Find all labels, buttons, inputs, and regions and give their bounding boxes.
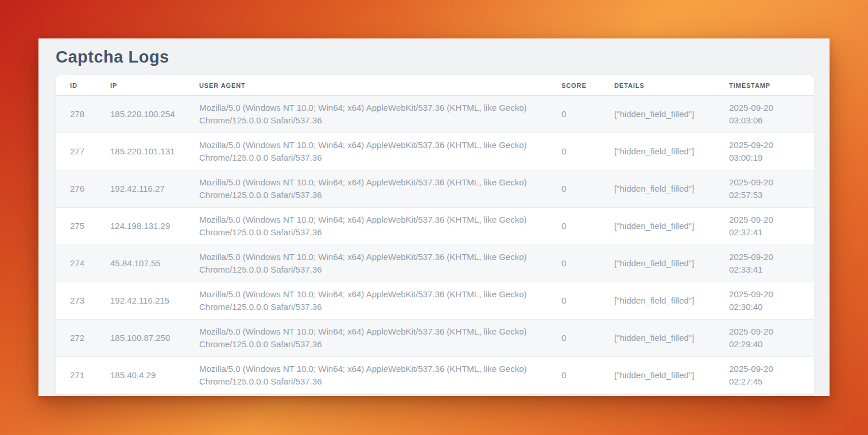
cell-details: ["hidden_field_filled"] xyxy=(600,208,715,245)
cell-timestamp: 2025-09-20 02:33:41 xyxy=(715,245,814,282)
table-row: 276 192.42.116.27 Mozilla/5.0 (Windows N… xyxy=(56,170,814,208)
cell-ip: 192.42.116.215 xyxy=(96,282,185,320)
cell-timestamp: 2025-09-20 02:37:41 xyxy=(715,208,814,245)
cell-id: 272 xyxy=(56,320,96,357)
cell-details: ["hidden_field_filled"] xyxy=(600,320,715,357)
cell-score: 0 xyxy=(547,208,600,245)
cell-score: 0 xyxy=(547,320,600,357)
table-header: ID IP USER AGENT SCORE DETAILS TIMESTAMP xyxy=(56,75,814,96)
cell-timestamp: 2025-09-20 03:03:06 xyxy=(715,96,814,133)
cell-ip: 185.220.101.131 xyxy=(96,133,185,170)
table-row: 271 185.40.4.29 Mozilla/5.0 (Windows NT … xyxy=(56,357,814,394)
logs-table: ID IP USER AGENT SCORE DETAILS TIMESTAMP… xyxy=(56,75,814,394)
cell-details: ["hidden_field_filled"] xyxy=(600,282,715,320)
cell-id: 273 xyxy=(56,282,96,320)
cell-timestamp: 2025-09-20 02:57:53 xyxy=(715,170,814,208)
header-row: ID IP USER AGENT SCORE DETAILS TIMESTAMP xyxy=(56,75,814,96)
captcha-logs-table: ID IP USER AGENT SCORE DETAILS TIMESTAMP… xyxy=(56,75,814,394)
cell-details: ["hidden_field_filled"] xyxy=(600,245,715,282)
cell-details: ["hidden_field_filled"] xyxy=(600,133,715,170)
table-row: 275 124.198.131.29 Mozilla/5.0 (Windows … xyxy=(56,208,814,245)
cell-details: ["hidden_field_filled"] xyxy=(600,96,715,133)
cell-ip: 185.220.100.254 xyxy=(96,96,185,133)
column-header-id: ID xyxy=(56,75,96,96)
cell-user-agent: Mozilla/5.0 (Windows NT 10.0; Win64; x64… xyxy=(185,320,547,357)
page-title: Captcha Logs xyxy=(56,48,814,67)
cell-ip: 185.40.4.29 xyxy=(96,357,185,394)
cell-score: 0 xyxy=(547,282,600,320)
cell-id: 277 xyxy=(56,133,96,170)
column-header-timestamp: TIMESTAMP xyxy=(715,75,814,96)
cell-user-agent: Mozilla/5.0 (Windows NT 10.0; Win64; x64… xyxy=(185,96,547,133)
cell-score: 0 xyxy=(547,96,600,133)
cell-ip: 185.100.87.250 xyxy=(96,320,185,357)
cell-score: 0 xyxy=(547,170,600,208)
cell-user-agent: Mozilla/5.0 (Windows NT 10.0; Win64; x64… xyxy=(185,170,547,208)
cell-score: 0 xyxy=(547,245,600,282)
cell-score: 0 xyxy=(547,133,600,170)
cell-ip: 124.198.131.29 xyxy=(96,208,185,245)
cell-details: ["hidden_field_filled"] xyxy=(600,357,715,394)
cell-timestamp: 2025-09-20 03:00:19 xyxy=(715,133,814,170)
cell-timestamp: 2025-09-20 02:27:45 xyxy=(715,357,814,394)
table-row: 272 185.100.87.250 Mozilla/5.0 (Windows … xyxy=(56,320,814,357)
cell-id: 274 xyxy=(56,245,96,282)
table-body: 278 185.220.100.254 Mozilla/5.0 (Windows… xyxy=(56,96,814,394)
cell-user-agent: Mozilla/5.0 (Windows NT 10.0; Win64; x64… xyxy=(185,245,547,282)
cell-ip: 45.84.107.55 xyxy=(96,245,185,282)
cell-timestamp: 2025-09-20 02:30:40 xyxy=(715,282,814,320)
table-row: 277 185.220.101.131 Mozilla/5.0 (Windows… xyxy=(56,133,814,170)
cell-id: 275 xyxy=(56,208,96,245)
cell-user-agent: Mozilla/5.0 (Windows NT 10.0; Win64; x64… xyxy=(185,133,547,170)
cell-id: 278 xyxy=(56,96,96,133)
cell-ip: 192.42.116.27 xyxy=(96,170,185,208)
cell-user-agent: Mozilla/5.0 (Windows NT 10.0; Win64; x64… xyxy=(185,208,547,245)
cell-score: 0 xyxy=(547,357,600,394)
column-header-score: SCORE xyxy=(547,75,600,96)
table-row: 273 192.42.116.215 Mozilla/5.0 (Windows … xyxy=(56,282,814,320)
captcha-logs-card: Captcha Logs ID IP USER AGENT SCORE DETA… xyxy=(38,38,830,396)
column-header-details: DETAILS xyxy=(600,75,715,96)
cell-user-agent: Mozilla/5.0 (Windows NT 10.0; Win64; x64… xyxy=(185,357,547,394)
table-row: 278 185.220.100.254 Mozilla/5.0 (Windows… xyxy=(56,96,814,133)
column-header-user-agent: USER AGENT xyxy=(185,75,547,96)
cell-id: 271 xyxy=(56,357,96,394)
cell-id: 276 xyxy=(56,170,96,208)
cell-timestamp: 2025-09-20 02:29:40 xyxy=(715,320,814,357)
table-row: 274 45.84.107.55 Mozilla/5.0 (Windows NT… xyxy=(56,245,814,282)
cell-user-agent: Mozilla/5.0 (Windows NT 10.0; Win64; x64… xyxy=(185,282,547,320)
cell-details: ["hidden_field_filled"] xyxy=(600,170,715,208)
column-header-ip: IP xyxy=(96,75,185,96)
page-background: { "page": { "title": "Captcha Logs" }, "… xyxy=(0,0,868,435)
